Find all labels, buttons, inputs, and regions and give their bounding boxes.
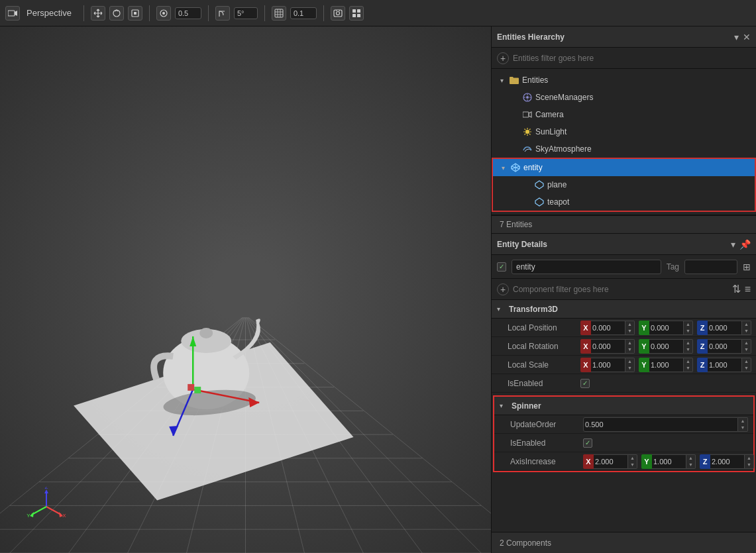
rot-y-up[interactable]: ▲ bbox=[684, 340, 692, 346]
axis-z-spinner[interactable]: ▲ ▼ bbox=[745, 454, 754, 469]
pos-x-input[interactable] bbox=[591, 321, 625, 335]
scale-y-up[interactable]: ▲ bbox=[684, 358, 692, 365]
hierarchy-pin-icon[interactable]: ✕ bbox=[743, 32, 751, 42]
scale-tool-icon[interactable] bbox=[128, 6, 142, 21]
tree-item-entity[interactable]: ▾ entity bbox=[493, 159, 755, 176]
scale-x-down[interactable]: ▼ bbox=[625, 365, 634, 372]
rot-z-spinner[interactable]: ▲ ▼ bbox=[742, 339, 751, 354]
scale-y-input[interactable] bbox=[649, 358, 684, 372]
tree-item-scenemanagers[interactable]: ▶ SceneManagers bbox=[492, 89, 756, 106]
spinner-isenabled-checkbox[interactable]: ✓ bbox=[583, 438, 592, 448]
scale-z-up[interactable]: ▲ bbox=[742, 358, 751, 365]
component-filter-input[interactable] bbox=[513, 285, 728, 294]
update-order-spinner[interactable]: ▲ ▼ bbox=[738, 417, 748, 432]
scale-x-input[interactable] bbox=[591, 358, 625, 372]
component-filter-icon-1[interactable]: ⇅ bbox=[732, 283, 741, 295]
axis-x-up[interactable]: ▲ bbox=[628, 455, 637, 462]
axis-y-down[interactable]: ▼ bbox=[686, 462, 695, 468]
scale-y-spinner[interactable]: ▲ ▼ bbox=[684, 358, 693, 372]
pos-z-down[interactable]: ▼ bbox=[742, 328, 751, 334]
entities-filter-input[interactable] bbox=[513, 54, 751, 63]
rot-y-down[interactable]: ▼ bbox=[684, 346, 692, 353]
axis-x-field: X ▲ ▼ bbox=[583, 454, 637, 469]
axis-z-up[interactable]: ▲ bbox=[745, 455, 753, 462]
pos-z-input[interactable] bbox=[708, 321, 742, 335]
hierarchy-collapse-icon[interactable]: ▾ bbox=[734, 32, 739, 42]
rot-y-spinner[interactable]: ▲ ▼ bbox=[684, 339, 693, 354]
axis-y-up[interactable]: ▲ bbox=[686, 455, 695, 462]
axis-y-input[interactable] bbox=[652, 454, 686, 469]
move-tool-icon[interactable] bbox=[91, 6, 105, 21]
pos-y-down[interactable]: ▼ bbox=[684, 328, 692, 334]
snap-value-input[interactable] bbox=[175, 7, 201, 19]
axis-x-spinner[interactable]: ▲ ▼ bbox=[628, 454, 637, 469]
rot-y-input[interactable] bbox=[649, 339, 684, 354]
update-order-up[interactable]: ▲ bbox=[738, 418, 747, 425]
grid-view-icon[interactable] bbox=[349, 6, 364, 21]
angle-snap-icon[interactable] bbox=[215, 6, 230, 21]
pos-x-up[interactable]: ▲ bbox=[625, 321, 634, 328]
update-order-input[interactable] bbox=[583, 417, 738, 432]
pos-y-up[interactable]: ▲ bbox=[684, 321, 692, 328]
pos-x-spinner[interactable]: ▲ ▼ bbox=[625, 321, 635, 335]
tree-item-teapot[interactable]: ▶ teapot bbox=[493, 193, 755, 211]
rot-x-spinner[interactable]: ▲ ▼ bbox=[625, 339, 635, 354]
axis-x-label: X bbox=[583, 454, 594, 469]
viewport[interactable]: Z X Y bbox=[0, 26, 491, 553]
tree-item-plane[interactable]: ▶ plane bbox=[493, 176, 755, 193]
plane-arrow: ▶ bbox=[522, 180, 531, 189]
entity-name-input[interactable] bbox=[512, 260, 661, 274]
tree-item-camera[interactable]: ▶ Camera bbox=[492, 106, 756, 123]
scale-x-spinner[interactable]: ▲ ▼ bbox=[625, 358, 635, 372]
rotation-x-field: X ▲ ▼ bbox=[580, 339, 635, 354]
axis-z-down[interactable]: ▼ bbox=[745, 462, 753, 468]
add-component-button[interactable]: + bbox=[497, 283, 509, 295]
rot-z-down[interactable]: ▼ bbox=[742, 346, 751, 353]
pos-x-down[interactable]: ▼ bbox=[625, 328, 634, 334]
scale-y-down[interactable]: ▼ bbox=[684, 365, 692, 372]
axis-z-input[interactable] bbox=[710, 454, 745, 469]
pos-z-up[interactable]: ▲ bbox=[742, 321, 751, 328]
local-position-label: Local Position bbox=[508, 323, 580, 332]
rot-x-input[interactable] bbox=[591, 339, 625, 354]
rot-x-up[interactable]: ▲ bbox=[625, 340, 634, 346]
transform-isenabled-checkbox[interactable]: ✓ bbox=[580, 379, 590, 388]
tree-item-sunlight[interactable]: ▶ SunLight bbox=[492, 123, 756, 140]
scale-z-down[interactable]: ▼ bbox=[742, 365, 751, 372]
rot-z-input[interactable] bbox=[708, 339, 742, 354]
snap-icon[interactable] bbox=[156, 6, 171, 21]
scale-y-field: Y ▲ ▼ bbox=[639, 358, 693, 372]
scale-z-input[interactable] bbox=[708, 358, 742, 372]
scale-z-spinner[interactable]: ▲ ▼ bbox=[742, 358, 751, 372]
svg-point-23 bbox=[526, 96, 529, 99]
rot-z-up[interactable]: ▲ bbox=[742, 340, 751, 346]
position-x-field: X ▲ ▼ bbox=[580, 321, 635, 335]
tree-item-skyatmosphere[interactable]: ▶ SkyAtmosphere bbox=[492, 140, 756, 158]
update-order-down[interactable]: ▼ bbox=[738, 425, 747, 431]
scale-x-up[interactable]: ▲ bbox=[625, 358, 634, 365]
component-filter-icon-2[interactable]: ≡ bbox=[745, 283, 751, 295]
camera-icon[interactable] bbox=[331, 6, 345, 21]
tag-manage-icon[interactable]: ⊞ bbox=[743, 262, 751, 272]
rot-x-down[interactable]: ▼ bbox=[625, 346, 634, 353]
local-position-row: Local Position X ▲ ▼ Y bbox=[492, 319, 756, 337]
detail-pin-icon[interactable]: 📌 bbox=[739, 239, 751, 250]
plane-label: plane bbox=[547, 180, 567, 189]
entity-enabled-checkbox[interactable]: ✓ bbox=[497, 262, 506, 272]
tag-input[interactable] bbox=[684, 260, 737, 274]
transform3d-section-header[interactable]: ▾ Transform3D bbox=[492, 300, 756, 319]
grid-value-input[interactable] bbox=[290, 7, 317, 19]
angle-value-input[interactable] bbox=[234, 7, 258, 19]
tree-item-entities[interactable]: ▾ Entities bbox=[492, 72, 756, 89]
pos-z-spinner[interactable]: ▲ ▼ bbox=[742, 321, 751, 335]
axis-y-spinner[interactable]: ▲ ▼ bbox=[686, 454, 696, 469]
rotate-tool-icon[interactable] bbox=[109, 6, 124, 21]
add-entity-button[interactable]: + bbox=[497, 52, 509, 64]
grid-snap-icon[interactable] bbox=[272, 6, 286, 21]
pos-y-spinner[interactable]: ▲ ▼ bbox=[684, 321, 693, 335]
spinner-section-header[interactable]: ▾ Spinner bbox=[494, 397, 753, 415]
detail-collapse-icon[interactable]: ▾ bbox=[731, 239, 735, 250]
pos-y-input[interactable] bbox=[649, 321, 684, 335]
axis-x-input[interactable] bbox=[594, 454, 628, 469]
axis-x-down[interactable]: ▼ bbox=[628, 462, 637, 468]
